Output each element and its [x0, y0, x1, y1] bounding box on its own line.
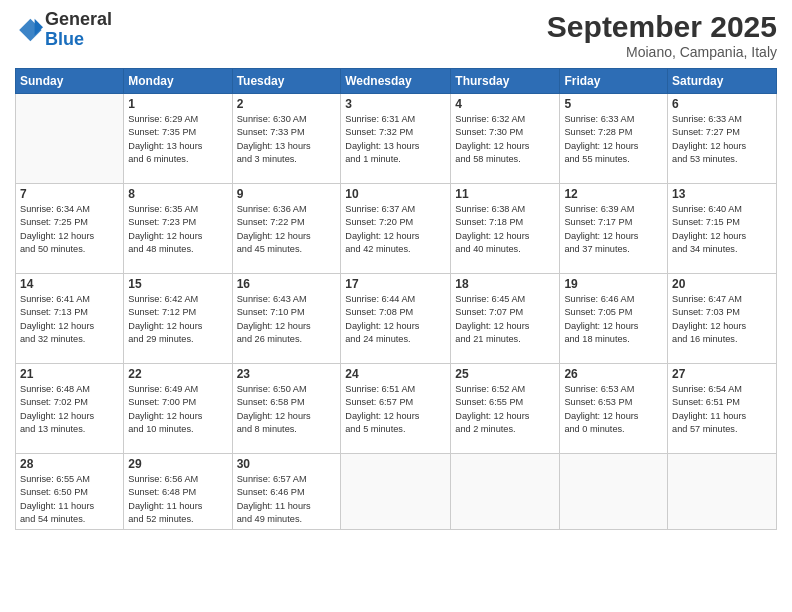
calendar-cell: 12Sunrise: 6:39 AM Sunset: 7:17 PM Dayli…: [560, 184, 668, 274]
week-row-3: 14Sunrise: 6:41 AM Sunset: 7:13 PM Dayli…: [16, 274, 777, 364]
weekday-header-thursday: Thursday: [451, 69, 560, 94]
calendar-cell: 13Sunrise: 6:40 AM Sunset: 7:15 PM Dayli…: [668, 184, 777, 274]
day-info: Sunrise: 6:45 AM Sunset: 7:07 PM Dayligh…: [455, 293, 555, 346]
calendar-cell: 4Sunrise: 6:32 AM Sunset: 7:30 PM Daylig…: [451, 94, 560, 184]
calendar-cell: 19Sunrise: 6:46 AM Sunset: 7:05 PM Dayli…: [560, 274, 668, 364]
day-number: 5: [564, 97, 663, 111]
day-info: Sunrise: 6:31 AM Sunset: 7:32 PM Dayligh…: [345, 113, 446, 166]
calendar-cell: 29Sunrise: 6:56 AM Sunset: 6:48 PM Dayli…: [124, 454, 232, 530]
logo-general-text: General: [45, 9, 112, 29]
day-info: Sunrise: 6:46 AM Sunset: 7:05 PM Dayligh…: [564, 293, 663, 346]
calendar-cell: 26Sunrise: 6:53 AM Sunset: 6:53 PM Dayli…: [560, 364, 668, 454]
day-info: Sunrise: 6:56 AM Sunset: 6:48 PM Dayligh…: [128, 473, 227, 526]
day-info: Sunrise: 6:29 AM Sunset: 7:35 PM Dayligh…: [128, 113, 227, 166]
weekday-header-friday: Friday: [560, 69, 668, 94]
day-info: Sunrise: 6:52 AM Sunset: 6:55 PM Dayligh…: [455, 383, 555, 436]
calendar-cell: 10Sunrise: 6:37 AM Sunset: 7:20 PM Dayli…: [341, 184, 451, 274]
week-row-4: 21Sunrise: 6:48 AM Sunset: 7:02 PM Dayli…: [16, 364, 777, 454]
day-number: 13: [672, 187, 772, 201]
day-number: 8: [128, 187, 227, 201]
day-number: 21: [20, 367, 119, 381]
calendar-cell: 2Sunrise: 6:30 AM Sunset: 7:33 PM Daylig…: [232, 94, 341, 184]
day-info: Sunrise: 6:36 AM Sunset: 7:22 PM Dayligh…: [237, 203, 337, 256]
day-info: Sunrise: 6:49 AM Sunset: 7:00 PM Dayligh…: [128, 383, 227, 436]
week-row-1: 1Sunrise: 6:29 AM Sunset: 7:35 PM Daylig…: [16, 94, 777, 184]
day-number: 30: [237, 457, 337, 471]
weekday-header-sunday: Sunday: [16, 69, 124, 94]
day-info: Sunrise: 6:35 AM Sunset: 7:23 PM Dayligh…: [128, 203, 227, 256]
calendar-cell: 11Sunrise: 6:38 AM Sunset: 7:18 PM Dayli…: [451, 184, 560, 274]
calendar-cell: 22Sunrise: 6:49 AM Sunset: 7:00 PM Dayli…: [124, 364, 232, 454]
day-number: 22: [128, 367, 227, 381]
header: General Blue September 2025 Moiano, Camp…: [15, 10, 777, 60]
calendar-cell: 16Sunrise: 6:43 AM Sunset: 7:10 PM Dayli…: [232, 274, 341, 364]
calendar-cell: 18Sunrise: 6:45 AM Sunset: 7:07 PM Dayli…: [451, 274, 560, 364]
day-number: 23: [237, 367, 337, 381]
day-number: 19: [564, 277, 663, 291]
day-number: 1: [128, 97, 227, 111]
day-number: 15: [128, 277, 227, 291]
day-number: 7: [20, 187, 119, 201]
day-number: 12: [564, 187, 663, 201]
day-info: Sunrise: 6:50 AM Sunset: 6:58 PM Dayligh…: [237, 383, 337, 436]
weekday-header-row: SundayMondayTuesdayWednesdayThursdayFrid…: [16, 69, 777, 94]
day-info: Sunrise: 6:53 AM Sunset: 6:53 PM Dayligh…: [564, 383, 663, 436]
calendar-cell: 27Sunrise: 6:54 AM Sunset: 6:51 PM Dayli…: [668, 364, 777, 454]
calendar-cell: 23Sunrise: 6:50 AM Sunset: 6:58 PM Dayli…: [232, 364, 341, 454]
calendar-cell: 6Sunrise: 6:33 AM Sunset: 7:27 PM Daylig…: [668, 94, 777, 184]
day-info: Sunrise: 6:39 AM Sunset: 7:17 PM Dayligh…: [564, 203, 663, 256]
day-info: Sunrise: 6:32 AM Sunset: 7:30 PM Dayligh…: [455, 113, 555, 166]
calendar-cell: 8Sunrise: 6:35 AM Sunset: 7:23 PM Daylig…: [124, 184, 232, 274]
day-info: Sunrise: 6:43 AM Sunset: 7:10 PM Dayligh…: [237, 293, 337, 346]
day-info: Sunrise: 6:57 AM Sunset: 6:46 PM Dayligh…: [237, 473, 337, 526]
calendar-cell: 15Sunrise: 6:42 AM Sunset: 7:12 PM Dayli…: [124, 274, 232, 364]
day-number: 4: [455, 97, 555, 111]
calendar-cell: 5Sunrise: 6:33 AM Sunset: 7:28 PM Daylig…: [560, 94, 668, 184]
calendar-cell: [560, 454, 668, 530]
month-title: September 2025: [547, 10, 777, 44]
day-info: Sunrise: 6:54 AM Sunset: 6:51 PM Dayligh…: [672, 383, 772, 436]
logo: General Blue: [15, 10, 112, 50]
calendar-cell: 30Sunrise: 6:57 AM Sunset: 6:46 PM Dayli…: [232, 454, 341, 530]
calendar-cell: 17Sunrise: 6:44 AM Sunset: 7:08 PM Dayli…: [341, 274, 451, 364]
day-number: 10: [345, 187, 446, 201]
calendar-cell: 1Sunrise: 6:29 AM Sunset: 7:35 PM Daylig…: [124, 94, 232, 184]
location: Moiano, Campania, Italy: [547, 44, 777, 60]
page: General Blue September 2025 Moiano, Camp…: [0, 0, 792, 612]
week-row-5: 28Sunrise: 6:55 AM Sunset: 6:50 PM Dayli…: [16, 454, 777, 530]
calendar-cell: 14Sunrise: 6:41 AM Sunset: 7:13 PM Dayli…: [16, 274, 124, 364]
day-info: Sunrise: 6:51 AM Sunset: 6:57 PM Dayligh…: [345, 383, 446, 436]
day-number: 2: [237, 97, 337, 111]
calendar-cell: 24Sunrise: 6:51 AM Sunset: 6:57 PM Dayli…: [341, 364, 451, 454]
day-info: Sunrise: 6:48 AM Sunset: 7:02 PM Dayligh…: [20, 383, 119, 436]
day-number: 25: [455, 367, 555, 381]
day-number: 6: [672, 97, 772, 111]
day-info: Sunrise: 6:33 AM Sunset: 7:28 PM Dayligh…: [564, 113, 663, 166]
calendar-cell: [451, 454, 560, 530]
day-number: 17: [345, 277, 446, 291]
day-info: Sunrise: 6:34 AM Sunset: 7:25 PM Dayligh…: [20, 203, 119, 256]
day-info: Sunrise: 6:44 AM Sunset: 7:08 PM Dayligh…: [345, 293, 446, 346]
day-number: 16: [237, 277, 337, 291]
logo-blue-text: Blue: [45, 29, 84, 49]
calendar-cell: [341, 454, 451, 530]
day-info: Sunrise: 6:37 AM Sunset: 7:20 PM Dayligh…: [345, 203, 446, 256]
day-info: Sunrise: 6:33 AM Sunset: 7:27 PM Dayligh…: [672, 113, 772, 166]
calendar-cell: 9Sunrise: 6:36 AM Sunset: 7:22 PM Daylig…: [232, 184, 341, 274]
calendar: SundayMondayTuesdayWednesdayThursdayFrid…: [15, 68, 777, 530]
calendar-cell: 21Sunrise: 6:48 AM Sunset: 7:02 PM Dayli…: [16, 364, 124, 454]
day-info: Sunrise: 6:40 AM Sunset: 7:15 PM Dayligh…: [672, 203, 772, 256]
calendar-cell: 3Sunrise: 6:31 AM Sunset: 7:32 PM Daylig…: [341, 94, 451, 184]
day-info: Sunrise: 6:42 AM Sunset: 7:12 PM Dayligh…: [128, 293, 227, 346]
week-row-2: 7Sunrise: 6:34 AM Sunset: 7:25 PM Daylig…: [16, 184, 777, 274]
day-info: Sunrise: 6:55 AM Sunset: 6:50 PM Dayligh…: [20, 473, 119, 526]
day-info: Sunrise: 6:38 AM Sunset: 7:18 PM Dayligh…: [455, 203, 555, 256]
day-number: 26: [564, 367, 663, 381]
calendar-cell: 20Sunrise: 6:47 AM Sunset: 7:03 PM Dayli…: [668, 274, 777, 364]
day-number: 3: [345, 97, 446, 111]
day-number: 27: [672, 367, 772, 381]
calendar-cell: 7Sunrise: 6:34 AM Sunset: 7:25 PM Daylig…: [16, 184, 124, 274]
day-number: 28: [20, 457, 119, 471]
calendar-cell: [668, 454, 777, 530]
day-number: 29: [128, 457, 227, 471]
